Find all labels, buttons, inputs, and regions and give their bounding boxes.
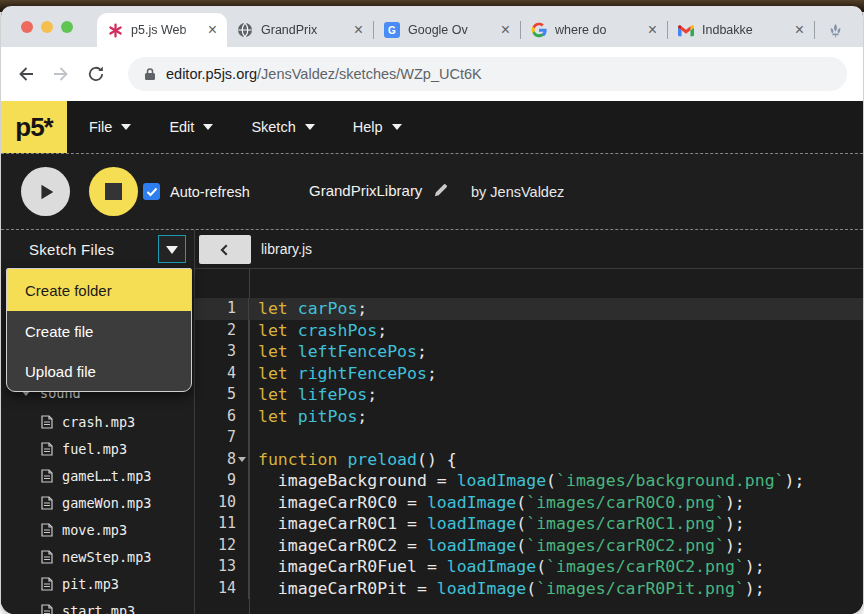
code-text[interactable]: imageCarR0Fuel = loadImage(`images/carR0… (249, 556, 765, 578)
code-line[interactable]: 8function preload() { (195, 449, 863, 471)
p5-logo[interactable]: p5* (1, 101, 67, 153)
close-window-button[interactable] (21, 21, 33, 33)
line-number: 9 (195, 470, 249, 492)
menu-edit[interactable]: Edit (169, 119, 213, 135)
address-url-field[interactable]: editor.p5js.org/JensValdez/sketches/WZp_… (128, 57, 847, 91)
code-line[interactable]: 6let pitPos; (195, 406, 863, 428)
file-item[interactable]: newStep.mp3 (41, 543, 151, 570)
zoom-window-button[interactable] (61, 21, 73, 33)
collapse-sidebar-button[interactable] (199, 235, 251, 264)
file-name: start.mp3 (62, 603, 135, 614)
tab-close-icon[interactable]: × (795, 22, 804, 38)
code-text[interactable]: imageBackground = loadImage(`images/back… (249, 470, 804, 492)
menu-file[interactable]: File (89, 119, 131, 135)
sidebar-header: Sketch Files (1, 230, 194, 268)
code-text[interactable]: imageCarR0C0 = loadImage(`images/carR0C0… (249, 492, 745, 514)
tab-google-translate[interactable]: G Google Ov × (374, 13, 520, 47)
code-line[interactable]: 14 imageCarR0Pit = loadImage(`images/car… (195, 578, 863, 600)
code-text[interactable]: let leftFencePos; (249, 341, 427, 363)
back-icon[interactable] (17, 65, 35, 83)
minimize-window-button[interactable] (41, 21, 53, 33)
play-button[interactable] (21, 167, 70, 216)
menu-upload-file[interactable]: Upload file (7, 351, 191, 391)
chevron-down-icon (121, 124, 131, 135)
tab-close-icon[interactable]: × (501, 22, 510, 38)
code-text[interactable]: let rightFencePos; (249, 363, 437, 385)
code-line[interactable]: 9 imageBackground = loadImage(`images/ba… (195, 470, 863, 492)
autorefresh-control: Auto-refresh (143, 183, 250, 200)
tab-close-icon[interactable]: × (208, 22, 217, 38)
tab-partial[interactable] (815, 13, 863, 47)
tab-close-icon[interactable]: × (354, 22, 363, 38)
chevron-down-icon (392, 124, 402, 135)
menu-help[interactable]: Help (353, 119, 402, 135)
file-name: pit.mp3 (62, 576, 119, 592)
sketch-files-menu-button[interactable] (158, 235, 186, 263)
code-line[interactable]: 2let crashPos; (195, 320, 863, 342)
tab-p5js-editor[interactable]: p5.js Web × (97, 13, 227, 47)
file-item[interactable]: pit.mp3 (41, 570, 119, 597)
tab-grandprix[interactable]: GrandPrix × (227, 13, 373, 47)
file-icon (41, 469, 53, 483)
code-line[interactable]: 12 imageCarR0C2 = loadImage(`images/carR… (195, 535, 863, 557)
chevron-down-icon (203, 124, 213, 135)
code-text[interactable]: imageCarR0C1 = loadImage(`images/carR0C1… (249, 513, 745, 535)
code-text[interactable]: let crashPos; (249, 320, 387, 342)
menu-sketch[interactable]: Sketch (251, 119, 314, 135)
code-text[interactable]: let carPos; (249, 298, 367, 320)
file-icon (41, 523, 53, 537)
file-name: gameL…t.mp3 (62, 468, 151, 484)
file-item[interactable]: crash.mp3 (41, 408, 135, 435)
window-controls (21, 21, 73, 33)
code-line[interactable]: 3let leftFencePos; (195, 341, 863, 363)
line-number: 8 (195, 449, 249, 471)
file-tab-library-js[interactable]: library.js (261, 241, 312, 257)
file-icon (41, 442, 53, 456)
tab-title: Indbakke (702, 23, 789, 37)
code-line[interactable]: 7 (195, 427, 863, 449)
menu-sketch-label: Sketch (251, 119, 295, 135)
tab-gmail-inbox[interactable]: Indbakke × (668, 13, 814, 47)
code-editor: library.js 1let carPos;2let crashPos;3le… (195, 230, 863, 614)
google-g-icon (531, 22, 547, 38)
fold-caret-icon[interactable] (238, 457, 246, 466)
code-line[interactable]: 10 imageCarR0C0 = loadImage(`images/carR… (195, 492, 863, 514)
code-text[interactable] (249, 427, 258, 449)
file-name: fuel.mp3 (62, 441, 127, 457)
code-text[interactable]: imageCarR0Pit = loadImage(`images/carR0P… (249, 578, 765, 600)
line-number: 11 (195, 513, 249, 535)
code-text[interactable]: let pitPos; (249, 406, 367, 428)
reload-icon[interactable] (87, 65, 105, 83)
line-number: 6 (195, 406, 249, 428)
autorefresh-checkbox[interactable] (143, 183, 160, 200)
code-line[interactable]: 11 imageCarR0C1 = loadImage(`images/carR… (195, 513, 863, 535)
file-item[interactable]: gameL…t.mp3 (41, 462, 151, 489)
tab-close-icon[interactable]: × (648, 22, 657, 38)
file-item[interactable]: fuel.mp3 (41, 435, 127, 462)
forward-icon[interactable] (52, 65, 70, 83)
tab-title: Google Ov (408, 23, 495, 37)
code-line[interactable]: 13 imageCarR0Fuel = loadImage(`images/ca… (195, 556, 863, 578)
code-line[interactable]: 4let rightFencePos; (195, 363, 863, 385)
code-text[interactable]: function preload() { (249, 449, 457, 471)
gmail-m-icon (678, 22, 694, 38)
menu-create-file[interactable]: Create file (7, 311, 191, 351)
line-number: 14 (195, 578, 249, 600)
code-text[interactable]: imageCarR0C2 = loadImage(`images/carR0C2… (249, 535, 745, 557)
sketch-name: GrandPrixLibrary (309, 182, 448, 199)
file-item[interactable]: gameWon.mp3 (41, 489, 151, 516)
file-item[interactable]: start.mp3 (41, 597, 135, 614)
menu-edit-label: Edit (169, 119, 194, 135)
code-line[interactable]: 5let lifePos; (195, 384, 863, 406)
code-text[interactable]: let lifePos; (249, 384, 377, 406)
edit-pencil-icon[interactable] (433, 183, 448, 198)
code-area[interactable]: 1let carPos;2let crashPos;3let leftFence… (195, 269, 863, 614)
check-icon (146, 187, 158, 197)
menu-create-folder[interactable]: Create folder (7, 269, 191, 311)
file-name: move.mp3 (62, 522, 127, 538)
tab-google-search[interactable]: where do × (521, 13, 667, 47)
workspace: Sketch Files sound crash.mp3fuel.mp3game… (1, 230, 863, 614)
file-item[interactable]: move.mp3 (41, 516, 127, 543)
code-line[interactable]: 1let carPos; (195, 298, 863, 320)
stop-button[interactable] (89, 167, 138, 216)
